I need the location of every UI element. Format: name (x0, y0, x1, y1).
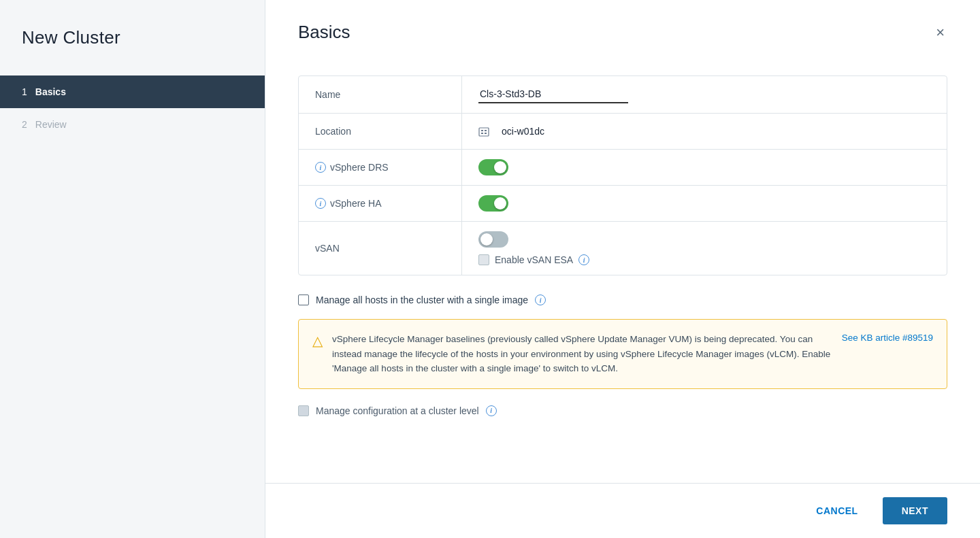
name-row: Name (299, 76, 947, 114)
step-list: 1 Basics 2 Review (0, 75, 265, 141)
main-header: Basics × (265, 0, 980, 59)
config-label: Manage configuration at a cluster level (316, 405, 479, 416)
location-label: Location (299, 114, 462, 149)
vsan-value-cell: Enable vSAN ESA i (462, 222, 947, 275)
vsan-esa-info-icon[interactable]: i (578, 254, 589, 265)
next-button[interactable]: NEXT (883, 497, 947, 524)
name-label: Name (299, 76, 462, 113)
single-image-row: Manage all hosts in the cluster with a s… (298, 295, 947, 305)
close-button[interactable]: × (933, 22, 947, 43)
vsan-row: vSAN Enable vSAN ESA i (299, 222, 947, 275)
name-value-cell (462, 76, 947, 113)
vsan-esa-label: Enable vSAN ESA (495, 254, 573, 265)
vsphere-ha-toggle[interactable] (478, 195, 508, 212)
config-row: Manage configuration at a cluster level … (298, 405, 947, 416)
vsphere-drs-label-cell: i vSphere DRS (299, 150, 462, 185)
vsan-esa-row: Enable vSAN ESA i (478, 254, 593, 265)
svg-rect-4 (485, 133, 487, 134)
svg-rect-3 (481, 133, 483, 134)
main-body: Name Location oci-w01dc i (265, 59, 980, 483)
warning-triangle-icon: △ (312, 333, 323, 376)
main-panel: Basics × Name Location oci-w (265, 0, 980, 538)
svg-rect-1 (481, 130, 483, 131)
step-2-label: Review (35, 119, 67, 130)
single-image-checkbox[interactable] (298, 295, 309, 305)
step-1-number: 1 (22, 86, 27, 97)
cancel-button[interactable]: CANCEL (802, 499, 871, 523)
location-value-cell: oci-w01dc (462, 114, 947, 149)
datacenter-icon (478, 125, 492, 137)
main-footer: CANCEL NEXT (265, 483, 980, 538)
basics-form: Name Location oci-w01dc i (298, 75, 947, 275)
vsphere-ha-info-icon[interactable]: i (315, 198, 326, 209)
step-1-label: Basics (35, 86, 66, 97)
vsphere-drs-info-icon[interactable]: i (315, 162, 326, 173)
step-2-number: 2 (22, 119, 27, 130)
config-info-icon[interactable]: i (486, 405, 497, 416)
location-row: Location oci-w01dc (299, 114, 947, 150)
single-image-info-icon[interactable]: i (535, 295, 546, 305)
warning-text: vSphere Lifecycle Manager baselines (pre… (332, 332, 832, 376)
step-review[interactable]: 2 Review (0, 108, 265, 141)
vsphere-drs-row: i vSphere DRS (299, 150, 947, 186)
vsan-label-cell: vSAN (299, 222, 462, 275)
svg-rect-0 (479, 128, 489, 136)
kb-article-link[interactable]: See KB article #89519 (842, 333, 933, 376)
vsphere-drs-toggle[interactable] (478, 159, 508, 175)
vsphere-ha-label-cell: i vSphere HA (299, 186, 462, 221)
name-input[interactable] (478, 86, 628, 103)
sidebar-title: New Cluster (0, 27, 265, 75)
main-title: Basics (298, 22, 350, 43)
location-value: oci-w01dc (502, 126, 544, 137)
vsan-esa-checkbox[interactable] (478, 254, 489, 265)
vsphere-ha-value-cell (462, 186, 947, 221)
step-basics[interactable]: 1 Basics (0, 75, 265, 108)
single-image-label: Manage all hosts in the cluster with a s… (316, 295, 528, 305)
warning-banner: △ vSphere Lifecycle Manager baselines (p… (298, 319, 947, 389)
svg-rect-2 (485, 130, 487, 131)
vsan-toggle[interactable] (478, 231, 508, 248)
vsphere-ha-row: i vSphere HA (299, 186, 947, 222)
sidebar: New Cluster 1 Basics 2 Review (0, 0, 265, 538)
config-checkbox[interactable] (298, 405, 309, 416)
vsphere-drs-value-cell (462, 150, 947, 185)
